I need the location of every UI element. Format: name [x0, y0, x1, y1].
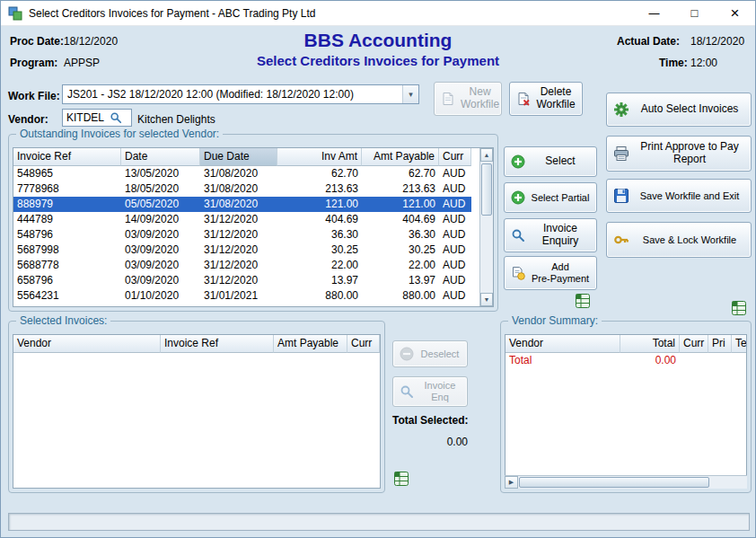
save-lock-workfile-button[interactable]: Save & Lock Workfile: [606, 222, 752, 258]
outstanding-body: 54896513/05/202031/08/202062.7062.70AUD7…: [13, 166, 471, 307]
combo-dropdown-icon[interactable]: ▾: [402, 85, 418, 103]
save-lock-workfile-label: Save & Lock Workfile: [635, 234, 744, 246]
select-partial-label: Select Partial: [531, 192, 590, 204]
auto-select-invoices-button[interactable]: Auto Select Invoices: [606, 93, 752, 127]
table-row[interactable]: 54879603/09/202031/12/202036.3036.30AUD: [13, 227, 471, 243]
table-row[interactable]: 77780827/10/202031/01/20218.808.80AUD: [13, 304, 471, 307]
vendor-code-field: [62, 109, 132, 127]
gear-icon: [613, 101, 629, 118]
magnifier-icon: [511, 228, 525, 243]
column-header[interactable]: Curr: [347, 335, 380, 353]
close-button-icon[interactable]: ×: [715, 1, 755, 25]
title-bar[interactable]: Select Creditors Invoices for Payment - …: [1, 1, 755, 26]
table-row[interactable]: 54896513/05/202031/08/202062.7062.70AUD: [13, 166, 471, 181]
vendor-summary-header-row: VendorTotalCurrPriTe: [505, 335, 747, 353]
app-window: Select Creditors Invoices for Payment - …: [0, 0, 756, 538]
invoice-enquiry-button[interactable]: Invoice Enquiry: [504, 218, 597, 252]
column-header[interactable]: Curr: [680, 335, 708, 353]
column-header[interactable]: Inv Amt: [277, 148, 362, 166]
page-title: Select Creditors Invoices for Payment: [1, 53, 755, 68]
export-excel-button[interactable]: [730, 299, 748, 317]
excel-icon: [731, 300, 747, 316]
scroll-right-icon[interactable]: ▶: [505, 476, 518, 489]
minus-circle-icon: [400, 347, 414, 361]
print-approve-button[interactable]: Print Approve to Pay Report: [606, 136, 752, 172]
delete-workfile-button[interactable]: Delete Workfile: [509, 82, 583, 116]
scrollbar-thumb[interactable]: [481, 163, 492, 216]
invoice-enquiry-label: Invoice Enquiry: [531, 223, 590, 248]
column-header[interactable]: Date: [121, 148, 200, 166]
vendor-name-value: Kitchen Delights: [137, 113, 215, 126]
delete-document-icon: [516, 92, 531, 106]
workfile-label: Work File:: [8, 90, 60, 102]
new-workfile-label: New Workfile: [461, 86, 499, 111]
print-approve-label: Print Approve to Pay Report: [635, 141, 744, 166]
delete-workfile-label: Delete Workfile: [536, 86, 576, 111]
window-title: Select Creditors Invoices for Payment - …: [29, 7, 634, 20]
selected-invoices-table: VendorInvoice RefAmt PayableCurr: [13, 335, 380, 353]
select-button[interactable]: Select: [504, 146, 597, 177]
invoice-enq-label: Invoice Enq: [419, 380, 461, 402]
total-selected-value: 0.00: [392, 436, 468, 448]
column-header[interactable]: Total: [620, 335, 680, 353]
table-row[interactable]: 44478914/09/202031/12/2020404.69404.69AU…: [13, 212, 471, 227]
vertical-scrollbar[interactable]: ▲ ▼: [479, 148, 493, 306]
scroll-up-icon[interactable]: ▲: [480, 148, 493, 162]
deselect-button[interactable]: Deselect: [392, 340, 468, 367]
add-prepayment-button[interactable]: Add Pre-Payment: [504, 256, 597, 290]
column-header[interactable]: Pri: [708, 335, 732, 353]
scroll-down-icon[interactable]: ▼: [480, 293, 493, 306]
table-row[interactable]: 88897905/05/202031/08/2020121.00121.00AU…: [13, 197, 471, 212]
vendor-summary-table-area: VendorTotalCurrPriTe Total0.00: [505, 334, 747, 475]
new-document-icon: [441, 92, 455, 106]
export-excel-button[interactable]: [392, 470, 410, 488]
column-header[interactable]: Curr: [439, 148, 471, 166]
outstanding-invoices-group: Outstanding Invoices for selected Vendor…: [8, 134, 498, 312]
column-header[interactable]: Due Date: [200, 148, 277, 166]
time-label: Time:: [659, 57, 688, 69]
select-label: Select: [531, 155, 590, 168]
minimize-button-icon[interactable]: —: [634, 1, 674, 25]
table-row[interactable]: Total0.00: [505, 353, 747, 368]
actual-date-value: 18/12/2020: [690, 35, 744, 48]
deselect-label: Deselect: [419, 348, 461, 360]
column-header[interactable]: Invoice Ref: [161, 335, 274, 353]
vendor-summary-table: VendorTotalCurrPriTe Total0.00: [505, 335, 747, 368]
column-header[interactable]: Vendor: [13, 335, 161, 353]
table-row[interactable]: 777896818/05/202031/08/2020213.63213.63A…: [13, 181, 471, 197]
vendor-summary-group-label: Vendor Summary:: [508, 314, 602, 327]
vendor-search-icon[interactable]: [110, 111, 122, 124]
select-partial-button[interactable]: Select Partial: [504, 182, 597, 213]
excel-icon: [393, 471, 409, 487]
vendor-summary-group: Vendor Summary: VendorTotalCurrPriTe Tot…: [500, 321, 752, 493]
workfile-selected-value: JS201 - JS2 18/12/2020 12:00 (Modified: …: [63, 88, 402, 101]
excel-icon: [575, 293, 591, 309]
outstanding-invoices-table: Invoice RefDateDue DateInv AmtAmt Payabl…: [13, 148, 471, 307]
workfile-combobox[interactable]: JS201 - JS2 18/12/2020 12:00 (Modified: …: [62, 84, 419, 104]
export-excel-button[interactable]: [574, 292, 592, 310]
column-header[interactable]: Te: [732, 335, 747, 353]
column-header[interactable]: Vendor: [505, 335, 620, 353]
prepayment-icon: [511, 266, 525, 280]
app-icon: [8, 6, 22, 21]
magnifier-icon: [400, 384, 414, 399]
selected-invoices-header-row: VendorInvoice RefAmt PayableCurr: [13, 335, 380, 353]
save-workfile-exit-button[interactable]: Save Workfile and Exit: [606, 179, 752, 213]
maximize-button-icon[interactable]: □: [674, 1, 715, 25]
add-prepayment-label: Add Pre-Payment: [531, 261, 590, 284]
column-header[interactable]: Amt Payable: [362, 148, 439, 166]
table-row[interactable]: 568877803/09/202031/12/202022.0022.00AUD: [13, 258, 471, 273]
column-header[interactable]: Invoice Ref: [13, 148, 121, 166]
new-workfile-button[interactable]: New Workfile: [434, 82, 502, 116]
vendor-label: Vendor:: [8, 113, 48, 126]
table-row[interactable]: 556423101/10/202031/01/2021880.00880.00A…: [13, 288, 471, 304]
table-row[interactable]: 568799803/09/202031/12/202030.2530.25AUD: [13, 243, 471, 258]
selected-invoices-table-area: VendorInvoice RefAmt PayableCurr: [13, 334, 381, 489]
column-header[interactable]: Amt Payable: [274, 335, 347, 353]
vendor-code-input[interactable]: [63, 111, 110, 124]
invoice-enq-button[interactable]: Invoice Enq: [392, 376, 468, 407]
table-row[interactable]: 65879603/09/202031/12/202013.9713.97AUD: [13, 273, 471, 288]
vendor-summary-body: Total0.00: [505, 353, 747, 368]
horizontal-scrollbar[interactable]: ◀ ▶: [505, 475, 747, 489]
scrollbar-thumb[interactable]: [519, 477, 709, 488]
